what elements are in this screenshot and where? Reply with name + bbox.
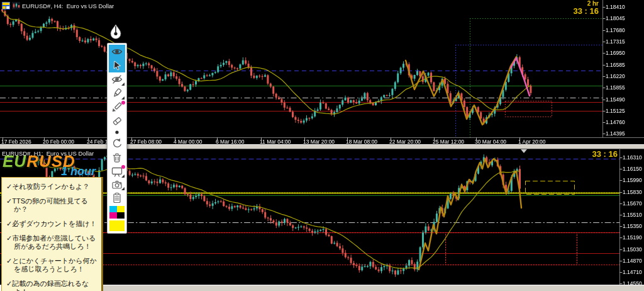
scroll-position-marker [521,149,527,153]
note-item: ✓記載の為の録画忘れるなよ！ [6,280,98,291]
marker-pen-tool[interactable] [109,86,125,100]
h4-chart-title: EURUSD#, H4: Euro vs US Dollar [22,3,114,9]
hide-objects-tool[interactable] [109,72,125,86]
submenu-corner [121,174,125,178]
h1-candle-timer: 33 : 16 [592,149,618,159]
trash-tool[interactable] [109,151,125,164]
mt4-window: 1.184101.180451.176801.173151.169501.165… [0,0,644,291]
color-swatch-grid [109,206,125,219]
note-item: ✓とにかくチャートから何かを感じ取ろうとしろ！ [6,257,98,273]
undo-tool[interactable] [109,137,125,151]
note-item: ✓必ずダウカウントを描け！ [6,220,98,228]
window-separator[interactable] [0,144,644,149]
note-item: ✓TTSの卵の可能性見てるか？ [6,197,98,214]
submenu-corner [121,96,125,100]
color-badge [121,165,125,169]
h4-timer-countdown: 33 : 16 [574,7,599,15]
camera-tool[interactable] [109,178,125,191]
color-swatch-yellow[interactable] [117,206,125,212]
select-cursor-tool[interactable] [109,59,125,72]
h4-candle-timer: 2 hr 33 : 16 [574,1,599,15]
color-badge [121,101,125,105]
current-color-swatch[interactable] [109,220,125,231]
visibility-tool[interactable] [109,45,125,59]
candlestick-chart-icon [12,2,20,9]
submenu-corner [121,187,125,190]
eraser-tool[interactable] [109,114,125,128]
drawing-toolbar [107,43,127,234]
color-swatch-cyan[interactable] [109,206,117,212]
h1-timeframe-label: 1 hour [61,165,96,178]
pencil-line-tool[interactable] [109,100,125,114]
note-item: ✓それ攻防ラインかもよ？ [6,183,98,191]
template-grid-icon [2,2,10,9]
color-swatch-magenta[interactable] [109,212,117,219]
symbol-label-green: EU [3,152,26,171]
clipboard-tool[interactable] [109,191,125,205]
h4-chart-title-area: EURUSD#, H4: Euro vs US Dollar [2,2,114,9]
brush-size-dot[interactable] [109,128,125,137]
note-item: ✓市場参加者が意識している所があるだろ共鳴しろ！ [6,234,98,251]
submenu-corner [121,83,125,86]
pen-nib-icon[interactable] [108,23,123,42]
screen-share-tool[interactable] [109,164,125,178]
color-swatch-black[interactable] [117,212,125,219]
annotation-note[interactable]: ✓それ攻防ラインかもよ？ ✓TTSの卵の可能性見てるか？ ✓必ずダウカウントを描… [1,177,103,291]
